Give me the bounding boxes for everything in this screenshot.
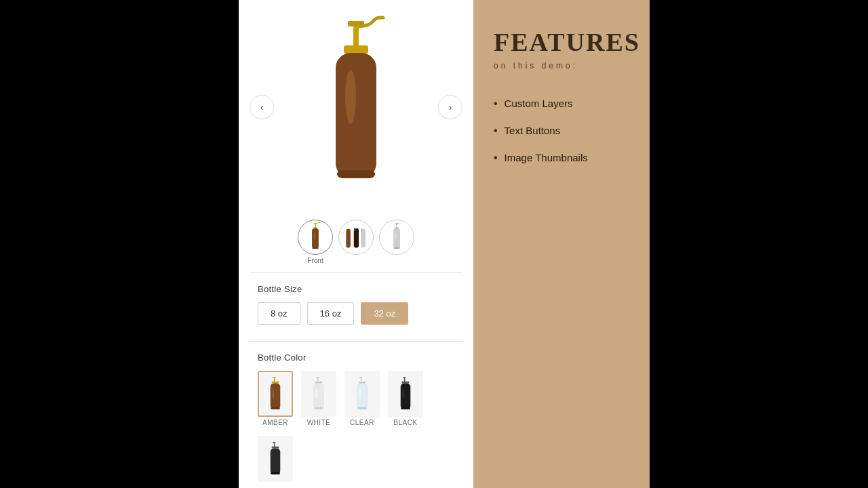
svg-rect-27 xyxy=(271,383,281,409)
svg-rect-38 xyxy=(359,382,366,384)
feature-item-image-thumbnails: • Image Thumbnails xyxy=(494,152,629,164)
svg-rect-1 xyxy=(353,26,359,47)
svg-rect-44 xyxy=(402,382,409,384)
svg-point-10 xyxy=(313,231,315,240)
svg-rect-50 xyxy=(272,447,279,449)
swatch-box-bottom-black[interactable] xyxy=(258,436,293,482)
feature-text-text-buttons: Text Buttons xyxy=(505,125,561,136)
thumb-bottle-light-icon xyxy=(387,222,407,252)
thumb-circle-front[interactable] xyxy=(298,220,333,255)
bottle-size-section: Bottle Size 8 oz 16 oz 32 oz xyxy=(239,279,473,336)
bottle-size-title: Bottle Size xyxy=(258,284,454,294)
left-black-panel xyxy=(0,0,239,488)
svg-rect-49 xyxy=(274,443,275,447)
svg-rect-14 xyxy=(354,228,359,248)
right-chevron-icon: › xyxy=(449,102,452,113)
svg-rect-33 xyxy=(314,383,324,409)
swatch-clear-bottle-icon xyxy=(353,376,372,411)
svg-rect-15 xyxy=(354,228,355,231)
swatch-box-white[interactable] xyxy=(301,371,336,417)
svg-rect-48 xyxy=(273,442,275,443)
svg-point-40 xyxy=(359,388,361,399)
swatch-box-black[interactable] xyxy=(388,371,423,417)
swatch-black-bottle-icon xyxy=(396,376,415,411)
feature-bullet-3: • xyxy=(494,152,498,164)
svg-point-28 xyxy=(272,388,274,399)
product-section: ‹ xyxy=(239,0,473,488)
svg-rect-39 xyxy=(357,383,368,409)
svg-rect-36 xyxy=(359,377,362,378)
svg-point-4 xyxy=(345,70,356,124)
svg-rect-24 xyxy=(273,377,275,378)
svg-point-34 xyxy=(315,388,317,399)
next-arrow-button[interactable]: › xyxy=(438,95,462,119)
svg-rect-7 xyxy=(315,224,315,228)
svg-rect-35 xyxy=(314,407,323,409)
swatch-bottom-black-bottle-icon xyxy=(266,441,285,476)
svg-rect-43 xyxy=(404,378,406,382)
bottle-color-title: Bottle Color xyxy=(258,352,454,363)
color-divider xyxy=(250,341,462,342)
svg-rect-21 xyxy=(393,228,400,249)
thumbnail-light[interactable] xyxy=(379,220,414,264)
swatch-box-amber[interactable] xyxy=(258,371,293,417)
size-buttons-group: 8 oz 16 oz 32 oz xyxy=(258,302,454,325)
svg-rect-37 xyxy=(361,378,362,382)
features-subtitle: on this demo: xyxy=(494,61,629,70)
svg-rect-31 xyxy=(317,378,319,382)
svg-rect-45 xyxy=(401,383,411,409)
right-black-panel xyxy=(650,0,868,488)
svg-rect-26 xyxy=(272,382,279,384)
size-16oz-button[interactable]: 16 oz xyxy=(307,302,355,325)
bottle-color-section: Bottle Color AMBER xyxy=(239,347,473,432)
size-32oz-button[interactable]: 32 oz xyxy=(361,302,408,325)
features-panel: FEATURES on this demo: • Custom Layers •… xyxy=(473,0,650,488)
feature-text-custom-layers: Custom Layers xyxy=(505,98,573,109)
thumb-label-front: Front xyxy=(307,257,323,264)
prev-arrow-button[interactable]: ‹ xyxy=(250,95,274,119)
thumb-bottle-front-icon xyxy=(305,222,326,252)
size-divider xyxy=(250,272,462,273)
svg-rect-51 xyxy=(271,448,281,474)
svg-point-22 xyxy=(395,231,397,240)
swatch-label-clear: CLEAR xyxy=(350,419,374,426)
product-image xyxy=(302,16,410,199)
svg-rect-8 xyxy=(313,227,317,228)
thumbnails-row: Front xyxy=(239,214,473,267)
svg-rect-23 xyxy=(393,247,399,249)
color-swatches-row: AMBER WHITE xyxy=(258,371,454,426)
thumb-circle-group[interactable] xyxy=(338,220,374,255)
svg-rect-5 xyxy=(337,170,375,178)
features-title: FEATURES xyxy=(494,27,629,57)
thumb-circle-light[interactable] xyxy=(379,220,414,255)
svg-rect-41 xyxy=(357,407,367,409)
thumbnail-group[interactable] xyxy=(338,220,374,264)
bottle-svg xyxy=(302,16,410,199)
swatch-white-bottle-icon xyxy=(309,376,328,411)
swatch-label-amber: AMBER xyxy=(262,419,288,426)
size-8oz-button[interactable]: 8 oz xyxy=(258,302,300,325)
svg-rect-25 xyxy=(274,378,275,382)
feature-bullet-1: • xyxy=(494,98,498,110)
svg-rect-20 xyxy=(395,227,399,228)
svg-rect-47 xyxy=(401,407,410,409)
color-swatch-white[interactable]: WHITE xyxy=(301,371,336,426)
svg-rect-2 xyxy=(344,45,368,54)
svg-rect-19 xyxy=(396,224,397,228)
color-swatch-black[interactable]: BLACK xyxy=(388,371,423,426)
svg-rect-32 xyxy=(315,382,322,384)
swatch-box-clear[interactable] xyxy=(344,371,380,417)
swatch-label-black: BLACK xyxy=(393,419,417,426)
svg-rect-30 xyxy=(316,377,319,378)
swatch-label-white: WHITE xyxy=(307,419,331,426)
svg-point-46 xyxy=(402,388,404,399)
svg-rect-3 xyxy=(336,53,376,178)
thumbnail-front[interactable]: Front xyxy=(298,220,333,264)
color-swatch-bottom-black[interactable] xyxy=(258,436,293,484)
color-swatch-amber[interactable]: AMBER xyxy=(258,371,293,426)
feature-item-text-buttons: • Text Buttons xyxy=(494,125,629,137)
color-swatch-clear[interactable]: CLEAR xyxy=(344,371,380,426)
feature-text-image-thumbnails: Image Thumbnails xyxy=(505,152,588,163)
svg-rect-42 xyxy=(403,377,406,378)
product-image-area: ‹ xyxy=(239,0,473,214)
